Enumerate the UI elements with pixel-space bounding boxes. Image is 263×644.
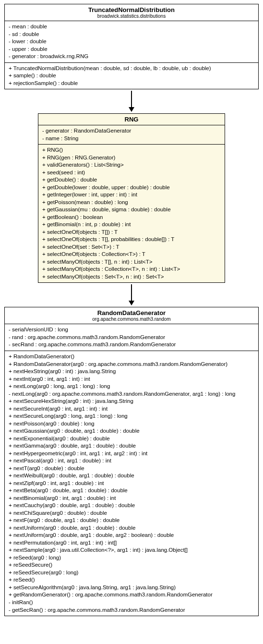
uml-operation: + nextZipf(arg0 : int, arg1 : double) : …: [9, 480, 254, 487]
uml-operation: + nextF(arg0 : double, arg1 : double) : …: [9, 517, 254, 524]
uml-operation: + nextBinomial(arg0 : int, arg1 : double…: [9, 495, 254, 502]
uml-operation: + selectManyOf(objects : Collection<T>, …: [42, 266, 221, 273]
uml-operation: + selectOneOf(objects : T[]) : T: [42, 229, 221, 236]
uml-operation: + RNG(gen : RNG.Generator): [42, 154, 221, 162]
uml-attribute: - rand : org.apache.commons.math3.random…: [9, 334, 254, 341]
uml-operation: + reSeedSecure(): [9, 561, 254, 569]
uml-operation: + nextLong(arg0 : long, arg1 : long) : l…: [9, 383, 254, 390]
uml-operation: + seed(seed : int): [42, 169, 221, 177]
uml-operation: + RandomDataGenerator(): [9, 353, 254, 361]
class-package: broadwick.statistics.distributions: [8, 13, 255, 19]
connector-line: [131, 91, 132, 107]
class-operations: + TruncatedNormalDistribution(mean : dou…: [5, 63, 258, 89]
uml-operation: + nextExponential(arg0 : double) : doubl…: [9, 435, 254, 443]
class-header: TruncatedNormalDistribution broadwick.st…: [5, 4, 258, 21]
arrowhead-down-icon: [129, 107, 134, 112]
uml-operation: + nextPascal(arg0 : int, arg1 : double) …: [9, 457, 254, 465]
class-truncated-normal-distribution: TruncatedNormalDistribution broadwick.st…: [4, 4, 259, 89]
uml-operation: + nextInt(arg0 : int, arg1 : int) : int: [9, 376, 254, 383]
uml-operation: + getPoisson(mean : double) : long: [42, 199, 221, 207]
class-header: RNG: [38, 114, 225, 125]
uml-operation: + nextHexString(arg0 : int) : java.lang.…: [9, 368, 254, 376]
uml-operation: + nextPermutation(arg0 : int, arg1 : int…: [9, 539, 254, 547]
class-operations: + RandomDataGenerator()+ RandomDataGener…: [5, 351, 258, 616]
class-rng: RNG - generator : RandomDataGenerator- n…: [38, 113, 225, 283]
class-attributes: - mean : double- sd : double- lower : do…: [5, 21, 258, 63]
uml-operation: + getBinomial(n : int, p : double) : int: [42, 221, 221, 229]
uml-attribute: - sd : double: [9, 31, 254, 38]
uml-operation: + nextPoisson(arg0 : double) : long: [9, 420, 254, 428]
class-attributes: - serialVersionUID : long- rand : org.ap…: [5, 324, 258, 351]
uml-operation: + nextBeta(arg0 : double, arg1 : double)…: [9, 487, 254, 495]
uml-operation: + nextGaussian(arg0 : double, arg1 : dou…: [9, 427, 254, 435]
uml-operation: + getBoolean() : boolean: [42, 214, 221, 221]
arrowhead-down-icon: [129, 301, 134, 305]
uml-attribute: - serialVersionUID : long: [9, 326, 254, 334]
uml-operation: + nextT(arg0 : double) : double: [9, 465, 254, 473]
uml-operation: + selectManyOf(objects : T[], n : int) :…: [42, 258, 221, 266]
class-header: RandomDataGenerator org.apache.commons.m…: [5, 307, 258, 324]
uml-operation: - getSecRan() : org.apache.commons.math3…: [9, 607, 254, 614]
uml-attribute: - mean : double: [9, 23, 254, 31]
uml-operation: + nextCauchy(arg0 : double, arg1 : doubl…: [9, 502, 254, 510]
uml-operation: + rejectionSample() : double: [9, 80, 254, 87]
uml-operation: + reSeed(arg0 : long): [9, 554, 254, 562]
uml-attribute: - generator : RandomDataGenerator: [42, 127, 221, 135]
uml-attribute: - name : String: [42, 135, 221, 143]
uml-operation: + RandomDataGenerator(arg0 : org.apache.…: [9, 361, 254, 368]
class-title: TruncatedNormalDistribution: [8, 6, 255, 13]
uml-operation: + getDouble(lower : double, upper : doub…: [42, 184, 221, 192]
uml-operation: + nextUniform(arg0 : double, arg1 : doub…: [9, 532, 254, 539]
uml-operation: + nextSecureHexString(arg0 : int) : java…: [9, 398, 254, 405]
uml-operation: + nextSample(arg0 : java.util.Collection…: [9, 547, 254, 554]
uml-operation: + getInteger(lower : int, upper : int) :…: [42, 191, 221, 199]
class-title: RandomDataGenerator: [8, 309, 255, 316]
uml-operation: + getGaussian(mu : double, sigma : doubl…: [42, 206, 221, 214]
uml-operation: + reSeed(): [9, 576, 254, 584]
connector-line: [131, 284, 132, 301]
uml-class-diagram: TruncatedNormalDistribution broadwick.st…: [2, 4, 261, 616]
uml-attribute: - lower : double: [9, 38, 254, 46]
uml-operation: + validGenerators() : List<String>: [42, 161, 221, 169]
class-title: RNG: [41, 116, 222, 123]
class-operations: + RNG()+ RNG(gen : RNG.Generator)+ valid…: [38, 145, 225, 282]
uml-operation: - initRan(): [9, 599, 254, 607]
uml-operation: + reSeedSecure(arg0 : long): [9, 569, 254, 577]
uml-attribute: - generator : broadwick.rng.RNG: [9, 53, 254, 61]
class-package: org.apache.commons.math3.random: [8, 316, 255, 322]
uml-operation: + getDouble() : double: [42, 176, 221, 184]
uml-operation: + selectOneOf(set : Set<T>) : T: [42, 243, 221, 251]
uml-dependency-arrow: [129, 283, 134, 307]
uml-operation: + nextSecureLong(arg0 : long, arg1 : lon…: [9, 413, 254, 420]
uml-operation: + nextHypergeometric(arg0 : int, arg1 : …: [9, 450, 254, 458]
uml-operation: + selectOneOf(objects : T[], probabiliti…: [42, 236, 221, 243]
uml-operation: + nextWeibull(arg0 : double, arg1 : doub…: [9, 472, 254, 480]
class-attributes: - generator : RandomDataGenerator- name …: [38, 125, 225, 145]
uml-operation: + nextSecureInt(arg0 : int, arg1 : int) …: [9, 405, 254, 413]
uml-operation: + nextGamma(arg0 : double, arg1 : double…: [9, 442, 254, 450]
uml-operation: + selectManyOf(objects : Set<T>, n : int…: [42, 273, 221, 281]
uml-operation: + getRandomGenerator() : org.apache.comm…: [9, 591, 254, 599]
uml-attribute: - secRand : org.apache.commons.math3.ran…: [9, 341, 254, 349]
uml-operation: + RNG(): [42, 146, 221, 154]
uml-operation: + nextChiSquare(arg0 : double) : double: [9, 510, 254, 517]
uml-operation: + selectOneOf(objects : Collection<T>) :…: [42, 251, 221, 258]
uml-attribute: - upper : double: [9, 46, 254, 53]
uml-operation: + setSecureAlgorithm(arg0 : java.lang.St…: [9, 584, 254, 592]
uml-operation: + nextUniform(arg0 : double, arg1 : doub…: [9, 524, 254, 532]
class-random-data-generator: RandomDataGenerator org.apache.commons.m…: [4, 307, 259, 616]
uml-dependency-arrow: [129, 89, 134, 113]
uml-operation: + TruncatedNormalDistribution(mean : dou…: [9, 65, 254, 73]
uml-operation: + sample() : double: [9, 72, 254, 80]
uml-operation: - nextLong(arg0 : org.apache.commons.mat…: [9, 390, 254, 398]
